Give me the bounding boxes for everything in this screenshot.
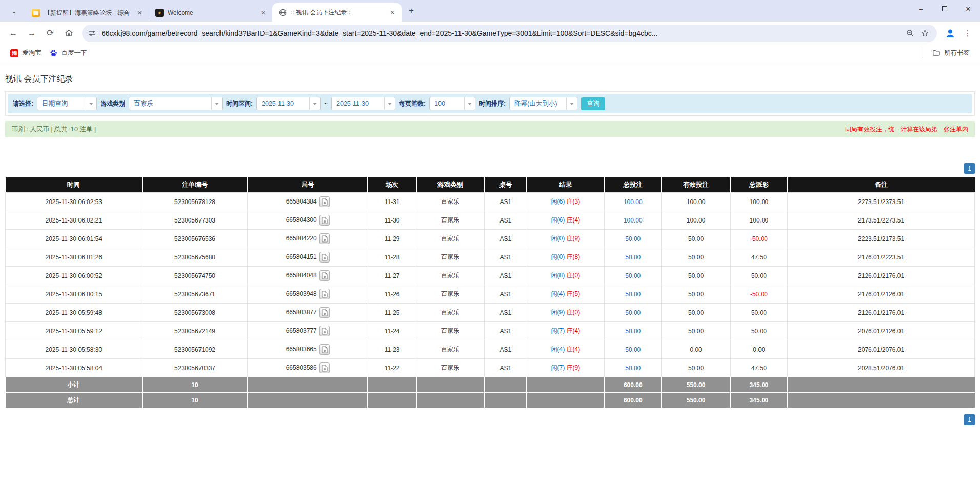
tab-bet-records[interactable]: :::视讯 会员下注纪录::: ✕ xyxy=(272,3,402,22)
total-bet-link[interactable]: 50.00 xyxy=(625,272,641,279)
chevron-down-icon xyxy=(309,97,320,110)
url-text[interactable]: 66cxkj98.com/game/betrecord_search/kind3… xyxy=(102,29,903,37)
round-detail-icon[interactable] xyxy=(319,289,330,299)
per-page-dropdown[interactable]: 100 xyxy=(429,97,475,110)
column-header: 局号 xyxy=(248,177,368,193)
round-detail-icon[interactable] xyxy=(319,215,330,226)
subtotal-row-cell-3 xyxy=(368,377,416,393)
total-bet-link[interactable]: 50.00 xyxy=(625,365,641,372)
cell-payout: 100.00 xyxy=(730,193,788,211)
forward-button[interactable]: → xyxy=(24,25,40,42)
bookmarks-divider xyxy=(923,49,923,58)
reload-button[interactable]: ⟳ xyxy=(42,25,58,42)
query-type-dropdown[interactable]: 日期查询 xyxy=(37,97,97,110)
cell-total-bet: 50.00 xyxy=(604,322,662,340)
cell-result: 闲(8) 庄(0) xyxy=(527,267,604,285)
tab-search-button[interactable]: ⌄ xyxy=(7,4,22,18)
cell-note: 2273.51/2373.51 xyxy=(788,193,975,211)
total-row-cell-3 xyxy=(368,393,416,408)
zoom-icon[interactable] xyxy=(903,26,917,41)
cell-result: 闲(7) 庄(9) xyxy=(527,359,604,377)
round-detail-icon[interactable] xyxy=(319,326,330,336)
table-footer: 小计10600.00550.00345.00总计10600.00550.0034… xyxy=(6,377,975,408)
column-header: 结果 xyxy=(527,177,604,193)
cell-time: 2025-11-30 05:58:30 xyxy=(6,340,142,359)
filter-panel: 请选择: 日期查询 游戏类别 百家乐 时间区间: 2025-11-30 ~ 20… xyxy=(5,91,975,116)
cell-note: 2126.01/2176.01 xyxy=(788,267,975,285)
total-bet-link[interactable]: 100.00 xyxy=(624,217,643,224)
tab-welcome[interactable]: ✦ Welcome ✕ xyxy=(149,4,272,22)
result-player: 闲(4) xyxy=(551,346,565,353)
back-button[interactable]: ← xyxy=(5,25,22,42)
cell-bet-id: 523005670337 xyxy=(142,359,248,377)
home-button[interactable] xyxy=(61,25,77,42)
cell-time: 2025-11-30 06:00:15 xyxy=(6,285,142,304)
total-bet-link[interactable]: 50.00 xyxy=(625,328,641,335)
summary-notice: 同局有效投注，统一计算在该局第一张注单内 xyxy=(845,125,968,134)
round-detail-icon[interactable] xyxy=(319,344,330,355)
total-bet-link[interactable]: 50.00 xyxy=(625,235,641,243)
cell-session: 11-22 xyxy=(368,359,416,377)
cell-payout: 47.50 xyxy=(730,248,788,267)
cell-bet-id: 523005675680 xyxy=(142,248,248,267)
bookmark-baidu[interactable]: 百度一下 xyxy=(46,47,91,59)
round-detail-icon[interactable] xyxy=(319,362,330,373)
cell-table-no: AS1 xyxy=(484,285,527,304)
tab-forum[interactable]: 【新提醒】海燕策略论坛 - 综合 ✕ xyxy=(26,4,149,22)
baidu-paw-icon xyxy=(50,49,58,57)
payout-value: 50.00 xyxy=(751,272,767,279)
all-bookmarks-button[interactable]: 所有书签 xyxy=(928,47,974,59)
round-detail-icon[interactable] xyxy=(319,270,330,281)
minimize-button[interactable]: – xyxy=(909,0,933,17)
result-player: 闲(7) xyxy=(551,364,565,371)
total-bet-link[interactable]: 50.00 xyxy=(625,309,641,316)
round-detail-icon[interactable] xyxy=(319,196,330,207)
total-bet-link[interactable]: 100.00 xyxy=(624,198,643,206)
sort-dropdown[interactable]: 降幂(由大到小) xyxy=(509,97,577,110)
result-banker: 庄(9) xyxy=(567,235,581,242)
column-header: 总投注 xyxy=(604,177,662,193)
cell-result: 闲(6) 庄(4) xyxy=(527,211,604,230)
search-button[interactable]: 查询 xyxy=(581,97,605,110)
bookmark-taobao[interactable]: 淘 爱淘宝 xyxy=(6,47,46,59)
round-detail-icon[interactable] xyxy=(319,252,330,263)
bet-records-table: 时间注单编号局号场次游戏类别桌号结果总投注有效投注总派彩备注 2025-11-3… xyxy=(5,177,975,408)
round-detail-icon[interactable] xyxy=(319,233,330,244)
total-bet-link[interactable]: 50.00 xyxy=(625,254,641,261)
bookmark-star-icon[interactable] xyxy=(917,26,932,41)
payout-value: 47.50 xyxy=(751,254,767,261)
total-bet-link[interactable]: 50.00 xyxy=(625,291,641,298)
cell-round: 665804384 xyxy=(248,193,368,211)
site-info-icon[interactable] xyxy=(88,29,96,37)
tab-close-icon[interactable]: ✕ xyxy=(259,9,267,17)
game-type-dropdown[interactable]: 百家乐 xyxy=(129,97,223,110)
cell-session: 11-29 xyxy=(368,230,416,248)
page-number-button-bottom[interactable]: 1 xyxy=(964,414,975,425)
close-button[interactable]: ✕ xyxy=(956,0,980,17)
tab-close-icon[interactable]: ✕ xyxy=(388,8,396,16)
page-number-button-top[interactable]: 1 xyxy=(964,163,975,174)
cell-payout: 50.00 xyxy=(730,267,788,285)
tab-close-icon[interactable]: ✕ xyxy=(135,9,144,17)
date-end-dropdown[interactable]: 2025-11-30 xyxy=(331,97,395,110)
round-detail-icon[interactable] xyxy=(319,307,330,318)
cell-result: 闲(0) 庄(9) xyxy=(527,230,604,248)
total-row-cell-7: 600.00 xyxy=(604,393,662,408)
bookmarks-bar: 淘 爱淘宝 百度一下 所有书签 xyxy=(0,45,980,62)
browser-menu-button[interactable]: ⋮ xyxy=(961,26,975,41)
total-bet-link[interactable]: 50.00 xyxy=(625,346,641,353)
cell-result: 闲(6) 庄(3) xyxy=(527,193,604,211)
maximize-button[interactable] xyxy=(933,0,956,17)
maximize-icon xyxy=(942,6,947,11)
date-start-dropdown[interactable]: 2025-11-30 xyxy=(256,97,321,110)
cell-total-bet: 100.00 xyxy=(604,193,662,211)
url-bar[interactable]: 66cxkj98.com/game/betrecord_search/kind3… xyxy=(82,25,937,42)
result-banker: 庄(0) xyxy=(567,309,581,316)
total-row-cell-10 xyxy=(788,393,975,408)
profile-avatar[interactable] xyxy=(943,26,957,41)
cell-time: 2025-11-30 06:00:52 xyxy=(6,267,142,285)
cell-bet-id: 523005678128 xyxy=(142,193,248,211)
new-tab-button[interactable]: + xyxy=(405,4,418,17)
cell-payout: 0.00 xyxy=(730,340,788,359)
total-row-cell-5 xyxy=(484,393,527,408)
